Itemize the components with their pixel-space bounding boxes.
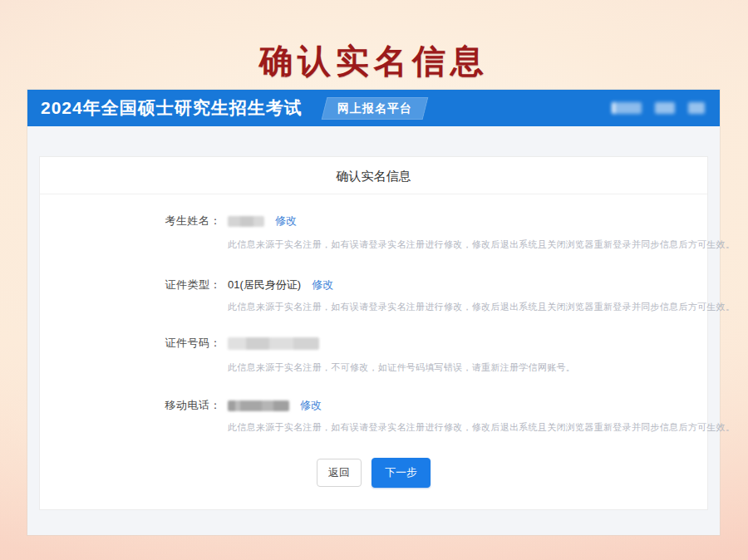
redacted-id-number-value [228, 337, 319, 350]
redacted-username [612, 102, 642, 114]
back-button[interactable]: 返回 [317, 459, 362, 487]
slide-title: 确认实名信息 [0, 38, 748, 84]
confirm-info-card: 确认实名信息 考生姓名： 修改 此信息来源于实名注册，如有误请登录实名注册进行修… [39, 156, 708, 510]
id-type-value: 01(居民身份证) [228, 278, 301, 292]
redacted-mobile-phone-value [228, 400, 289, 411]
id-type-note: 此信息来源于实名注册，如有误请登录实名注册进行修改，修改后退出系统且关闭浏览器重… [228, 301, 735, 313]
id-number-label: 证件号码： [40, 336, 221, 351]
field-row-mobile-phone: 移动电话： 修改 [40, 398, 707, 413]
form-actions: 返回 下一步 [40, 458, 707, 488]
field-row-id-type: 证件类型： 01(居民身份证) 修改 [40, 278, 707, 292]
field-row-candidate-name: 考生姓名： 修改 [40, 214, 707, 228]
exam-title: 2024年全国硕士研究生招生考试 [41, 96, 303, 120]
modify-name-link[interactable]: 修改 [275, 214, 297, 228]
field-row-id-number: 证件号码： [40, 336, 707, 351]
section-title: 确认实名信息 [40, 157, 707, 194]
registration-screenshot-panel: 2024年全国硕士研究生招生考试 网上报名平台 确认实名信息 考生姓名： 修改 … [27, 90, 720, 535]
redacted-candidate-name-value [228, 216, 264, 227]
mobile-phone-label: 移动电话： [40, 398, 221, 413]
id-type-label: 证件类型： [40, 278, 221, 292]
redacted-header-link-1[interactable] [655, 102, 675, 114]
id-number-note: 此信息来源于实名注册，不可修改，如证件号码填写错误，请重新注册学信网账号。 [228, 361, 575, 374]
app-header-bar: 2024年全国硕士研究生招生考试 网上报名平台 [27, 90, 720, 126]
modify-phone-link[interactable]: 修改 [300, 398, 322, 413]
id-number-value-wrap [228, 337, 319, 350]
presentation-slide: 确认实名信息 2024年全国硕士研究生招生考试 网上报名平台 确认实名信息 考生… [0, 0, 748, 560]
candidate-name-label: 考生姓名： [40, 214, 221, 228]
next-step-button[interactable]: 下一步 [372, 458, 431, 488]
platform-badge-label: 网上报名平台 [337, 101, 412, 116]
mobile-phone-note: 此信息来源于实名注册，如有误请登录实名注册进行修改，修改后退出系统且关闭浏览器重… [228, 421, 735, 434]
modify-id-type-link[interactable]: 修改 [312, 278, 333, 292]
user-account-area[interactable] [612, 102, 705, 114]
redacted-header-link-2[interactable] [688, 102, 705, 114]
candidate-name-value-wrap: 修改 [228, 214, 297, 228]
mobile-phone-value-wrap: 修改 [228, 398, 322, 413]
candidate-name-note: 此信息来源于实名注册，如有误请登录实名注册进行修改，修改后退出系统且关闭浏览器重… [228, 238, 735, 251]
platform-badge: 网上报名平台 [321, 97, 428, 120]
id-type-value-wrap: 01(居民身份证) 修改 [228, 278, 333, 292]
